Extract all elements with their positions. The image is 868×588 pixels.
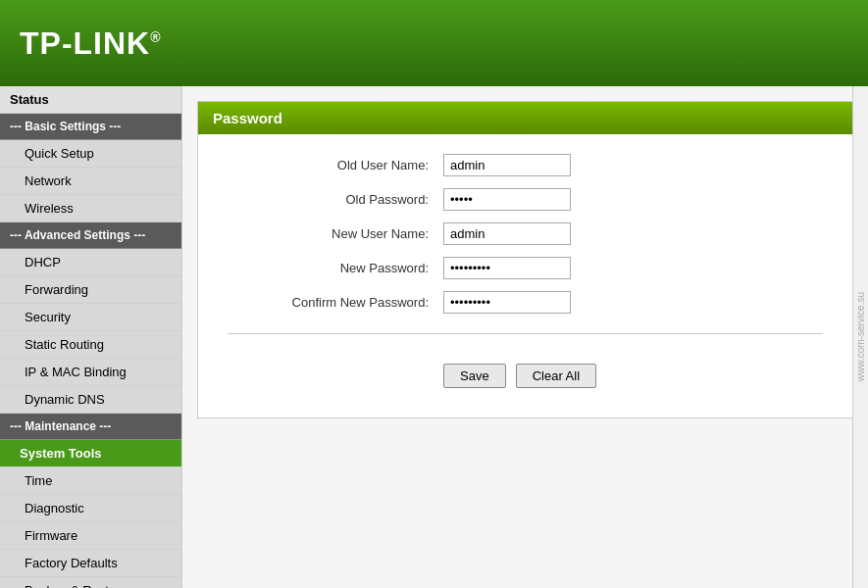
sidebar-item-ip-mac-binding[interactable]: IP & MAC Binding (0, 359, 181, 386)
sidebar-item-advanced-settings-section: --- Advanced Settings --- (0, 222, 181, 249)
sidebar-item-static-routing[interactable]: Static Routing (0, 331, 181, 359)
sidebar-item-wireless[interactable]: Wireless (0, 195, 181, 222)
sidebar: Status--- Basic Settings ---Quick SetupN… (0, 86, 182, 588)
new-password-label: New Password: (228, 261, 443, 275)
sidebar-item-dhcp[interactable]: DHCP (0, 249, 181, 276)
button-row: Save Clear All (228, 354, 823, 388)
sidebar-item-basic-settings-section: --- Basic Settings --- (0, 114, 181, 140)
logo: TP-LINK® (20, 25, 162, 62)
new-username-row: New User Name: (228, 222, 823, 245)
sidebar-item-quick-setup[interactable]: Quick Setup (0, 140, 181, 168)
old-username-input[interactable] (443, 154, 571, 176)
old-username-label: Old User Name: (228, 158, 443, 172)
old-password-row: Old Password: (228, 188, 823, 211)
confirm-password-input[interactable] (443, 291, 571, 314)
header: TP-LINK® (0, 0, 868, 86)
old-username-row: Old User Name: (228, 154, 823, 176)
sidebar-item-backup-restore[interactable]: Backup & Restore (0, 577, 181, 588)
old-password-label: Old Password: (228, 192, 443, 207)
confirm-password-row: Confirm New Password: (228, 291, 823, 314)
save-button[interactable]: Save (443, 364, 506, 388)
content-area: Password Old User Name: Old Password: Ne… (182, 86, 868, 588)
sidebar-item-maintenance-section: --- Maintenance --- (0, 414, 181, 440)
password-panel: Password Old User Name: Old Password: Ne… (197, 101, 853, 418)
new-password-row: New Password: (228, 257, 823, 279)
sidebar-item-dynamic-dns[interactable]: Dynamic DNS (0, 386, 181, 414)
sidebar-item-firmware[interactable]: Firmware (0, 522, 181, 550)
sidebar-item-security[interactable]: Security (0, 304, 181, 331)
watermark-text: www.com-service.su (855, 292, 866, 381)
confirm-password-label: Confirm New Password: (228, 295, 443, 310)
clear-button[interactable]: Clear All (516, 364, 596, 388)
sidebar-item-forwarding[interactable]: Forwarding (0, 276, 181, 304)
sidebar-item-network[interactable]: Network (0, 168, 181, 195)
password-form: Old User Name: Old Password: New User Na… (198, 134, 852, 417)
main-layout: Status--- Basic Settings ---Quick SetupN… (0, 86, 868, 588)
watermark: www.com-service.su (852, 86, 868, 588)
panel-title: Password (198, 102, 852, 134)
new-password-input[interactable] (443, 257, 571, 279)
old-password-input[interactable] (443, 188, 571, 211)
form-separator (228, 333, 823, 334)
new-username-input[interactable] (443, 222, 571, 245)
sidebar-item-status[interactable]: Status (0, 86, 181, 114)
sidebar-item-time[interactable]: Time (0, 467, 181, 495)
sidebar-item-factory-defaults[interactable]: Factory Defaults (0, 550, 181, 577)
sidebar-item-system-tools[interactable]: System Tools (0, 440, 181, 467)
new-username-label: New User Name: (228, 226, 443, 241)
sidebar-item-diagnostic[interactable]: Diagnostic (0, 495, 181, 522)
